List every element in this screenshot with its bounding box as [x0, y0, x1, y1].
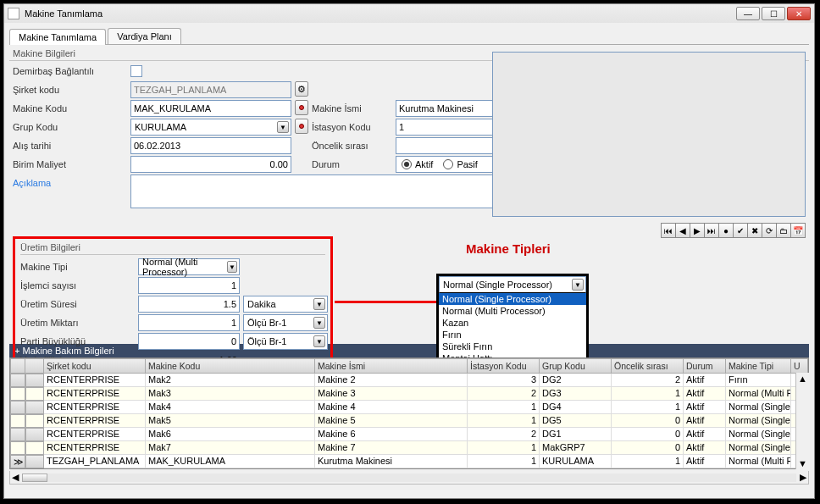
nav-button-4[interactable]: ●: [718, 223, 734, 238]
table-row[interactable]: RCENTERPRISEMak7Makine 71MakGRP70AktifNo…: [10, 441, 808, 455]
input-uretim-miktari[interactable]: [138, 314, 240, 331]
section-uretim-bilgileri: Üretim Bilgileri Makine Tipi Normal (Mul…: [13, 236, 333, 363]
table-row[interactable]: RCENTERPRISEMak3Makine 32DG31AktifNormal…: [10, 387, 808, 401]
label-sirket-kodu: Şirket kodu: [13, 81, 127, 98]
input-sirket-kodu: [130, 81, 291, 98]
annotation-title: Makine Tipleri: [466, 241, 551, 256]
dropdown-option[interactable]: Sürekli Fırın: [439, 341, 586, 352]
input-islemci-sayisi[interactable]: [138, 277, 240, 294]
label-alis-tarihi: Alış tarihi: [13, 137, 127, 154]
lookup-grup-button[interactable]: [295, 119, 308, 134]
lookup-makine-button[interactable]: [295, 100, 308, 115]
column-header[interactable]: Şirket kodu: [44, 358, 146, 374]
label-oncelik-sirasi: Öncelik sırası: [312, 137, 392, 154]
red-dot-icon: [299, 105, 304, 110]
dropdown-option[interactable]: Normal (Multi Processor): [439, 305, 586, 317]
table-row[interactable]: RCENTERPRISEMak6Makine 62DG10AktifNormal…: [10, 428, 808, 441]
section-title-uretim: Üretim Bilgileri: [20, 242, 325, 252]
app-window: Makine Tanımlama — ☐ ✕ Makine Tanımlama …: [3, 3, 815, 499]
column-header[interactable]: Öncelik sırası: [612, 358, 684, 374]
nav-button-6[interactable]: ✖: [747, 223, 762, 238]
column-header[interactable]: Grup Kodu: [540, 358, 612, 374]
label-uretim-suresi: Üretim Süresi: [20, 296, 135, 313]
window-title: Makine Tanımlama: [25, 8, 736, 19]
nav-button-7[interactable]: ⟳: [762, 223, 777, 238]
input-makine-kodu[interactable]: [130, 100, 291, 117]
chevron-down-icon: ▼: [313, 298, 325, 310]
dropdown-list: Normal (Single Processor)Normal (Multi P…: [439, 293, 586, 364]
dropdown-option[interactable]: Fırın: [439, 329, 586, 341]
nav-button-8[interactable]: 🗀: [776, 223, 791, 238]
select-sure-birim[interactable]: Dakika▼: [243, 296, 328, 313]
nav-button-0[interactable]: ⏮: [661, 223, 676, 238]
label-durum: Durum: [312, 156, 392, 173]
nav-button-3[interactable]: ⏭: [704, 223, 719, 238]
lookup-icon: ⚙: [297, 84, 306, 95]
dropdown-option[interactable]: Kazan: [439, 317, 586, 329]
label-istasyon-kodu: İstasyon Kodu: [312, 119, 392, 136]
table-row[interactable]: RCENTERPRISEMak2Makine 23DG22AktifFırın: [10, 374, 808, 387]
column-header[interactable]: Makine İsmi: [315, 358, 468, 374]
chevron-down-icon: ▼: [313, 317, 325, 329]
table-row[interactable]: ≫TEZGAH_PLANLAMAMAK_KURULAMAKurutma Maki…: [10, 455, 808, 468]
select-miktar-birim[interactable]: Ölçü Br-1▼: [243, 314, 328, 331]
label-demirbas: Demirbaş Bağlantılı: [13, 63, 127, 80]
dropdown-option[interactable]: Normal (Single Processor): [439, 293, 586, 305]
nav-button-1[interactable]: ◀: [675, 223, 690, 238]
nav-button-9[interactable]: 📅: [790, 223, 806, 238]
input-birim-maliyet[interactable]: [130, 156, 291, 173]
chevron-down-icon: ▼: [277, 121, 289, 133]
chevron-down-icon: ▼: [227, 261, 237, 273]
radio-icon: [443, 159, 453, 169]
select-makine-tipleri[interactable]: Normal (Single Processor)▼: [439, 276, 586, 293]
grid-scrollbar-vertical[interactable]: ▲▼: [795, 373, 809, 469]
textarea-aciklama[interactable]: ▲▼: [130, 174, 540, 208]
data-grid: Şirket koduMakine KoduMakine İsmiİstasyo…: [9, 357, 809, 469]
label-islemci-sayisi: İşlemci sayısı: [20, 277, 135, 294]
column-header[interactable]: U: [791, 358, 808, 374]
select-makine-tipi[interactable]: Normal (Multi Processor)▼: [138, 258, 240, 275]
label-grup-kodu: Grup Kodu: [13, 119, 127, 136]
input-parti-buyuklugu[interactable]: [138, 333, 240, 350]
radio-icon: [402, 159, 412, 169]
label-makine-ismi: Makine İsmi: [312, 100, 392, 117]
grid-scrollbar-horizontal[interactable]: ◀▶: [9, 471, 809, 485]
label-uretim-miktari: Üretim Miktarı: [20, 314, 135, 331]
tab-vardiya-plani[interactable]: Vardiya Planı: [108, 28, 181, 44]
label-parti-buyuklugu: Parti Büyüklüğü: [20, 333, 135, 350]
label-makine-tipi: Makine Tipi: [20, 258, 135, 275]
column-header[interactable]: Durum: [684, 358, 726, 374]
tab-makine-tanimlama[interactable]: Makine Tanımlama: [9, 29, 106, 45]
record-nav-toolbar: ⏮◀▶⏭●✔✖⟳🗀📅: [662, 223, 806, 238]
nav-button-5[interactable]: ✔: [733, 223, 748, 238]
checkbox-demirbas[interactable]: [130, 65, 142, 77]
chevron-down-icon: ▼: [313, 335, 325, 347]
table-row[interactable]: RCENTERPRISEMak4Makine 41DG41AktifNormal…: [10, 401, 808, 414]
column-header[interactable]: [10, 358, 25, 374]
select-grup-kodu[interactable]: KURULAMA▼: [130, 119, 291, 136]
column-header[interactable]: [25, 358, 44, 374]
input-alis-tarihi[interactable]: [130, 137, 291, 154]
close-button[interactable]: ✕: [787, 7, 811, 20]
label-makine-kodu: Makine Kodu: [13, 100, 127, 117]
radio-pasif[interactable]: Pasif: [443, 159, 477, 169]
label-birim-maliyet: Birim Maliyet: [13, 156, 127, 173]
table-row[interactable]: RCENTERPRISEMak5Makine 51DG50AktifNormal…: [10, 414, 808, 428]
label-aciklama[interactable]: Açıklama: [13, 174, 127, 191]
minimize-button[interactable]: —: [736, 7, 760, 20]
tab-bar: Makine Tanımlama Vardiya Planı: [9, 28, 809, 45]
app-icon: [8, 8, 19, 19]
column-header[interactable]: Makine Tipi: [726, 358, 791, 374]
maximize-button[interactable]: ☐: [762, 7, 785, 20]
column-header[interactable]: İstasyon Kodu: [468, 358, 540, 374]
chevron-down-icon: ▼: [572, 279, 584, 291]
radio-aktif[interactable]: Aktif: [402, 159, 433, 169]
column-header[interactable]: Makine Kodu: [146, 358, 315, 374]
nav-button-2[interactable]: ▶: [690, 223, 705, 238]
lookup-sirket-button[interactable]: ⚙: [295, 81, 308, 97]
titlebar: Makine Tanımlama — ☐ ✕: [4, 4, 814, 23]
input-uretim-suresi[interactable]: [138, 296, 240, 313]
select-parti-birim[interactable]: Ölçü Br-1▼: [243, 333, 328, 350]
preview-pane: [492, 52, 806, 217]
red-dot-icon: [299, 124, 304, 129]
